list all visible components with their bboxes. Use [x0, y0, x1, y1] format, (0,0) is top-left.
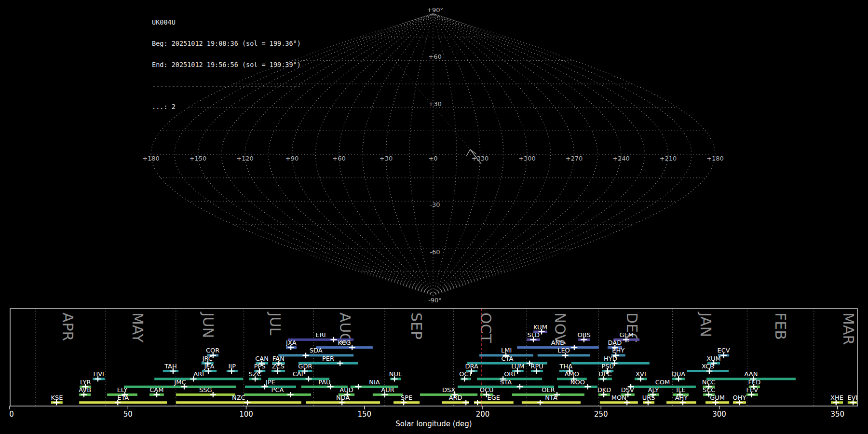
- shower-label-DSX: DSX: [442, 386, 455, 393]
- peak-marker-ERI: [331, 337, 337, 342]
- shower-label-AND: AND: [551, 339, 565, 346]
- shower-label-NDA: NDA: [336, 394, 350, 401]
- shower-bar-JMC: [124, 386, 236, 388]
- station-id: UK004U: [152, 19, 301, 26]
- shower-label-AMO: AMO: [565, 370, 579, 378]
- meteor-count: ...: 2: [152, 103, 301, 110]
- begin-time: Beg: 20251012 19:08:36 (sol = 199.36°): [152, 40, 301, 47]
- shower-label-AUR: AUR: [381, 386, 394, 393]
- axis-tick-label-250: 250: [594, 410, 608, 419]
- peak-marker-ARD: [463, 400, 469, 405]
- peak-marker-PER: [337, 361, 343, 366]
- shower-label-FEV: FEV: [746, 386, 759, 393]
- peak-marker-PCA: [287, 392, 294, 397]
- shower-label-XHE: XHE: [830, 394, 843, 401]
- shower-label-NUE: NUE: [389, 370, 402, 378]
- peak-marker-NIA: [355, 384, 362, 390]
- longitude-label: +120: [236, 155, 254, 162]
- shower-label-STA: STA: [500, 379, 512, 386]
- shower-bar-COM: [629, 386, 696, 388]
- shower-label-SDA: SDA: [310, 347, 323, 354]
- longitude-label: +180: [142, 155, 160, 162]
- longitude-label: +300: [518, 155, 536, 162]
- peak-marker-NTA: [537, 400, 543, 405]
- longitude-label: +60: [332, 155, 345, 162]
- shower-label-COM: COM: [655, 379, 670, 386]
- axis-tick-label-150: 150: [357, 410, 371, 419]
- shower-label-PER: PER: [322, 355, 334, 362]
- shower-bar-STA: [458, 386, 554, 388]
- shower-bar-ARI: [154, 378, 243, 380]
- axis-tick-label-200: 200: [476, 410, 490, 419]
- longitude-label: +0: [428, 155, 437, 162]
- longitude-label: +180: [706, 155, 724, 162]
- longitude-label: +150: [190, 155, 207, 162]
- peak-marker-NOO: [584, 384, 591, 390]
- shower-label-KCG: KCG: [338, 339, 351, 346]
- shower-label-KUM: KUM: [533, 324, 547, 331]
- shower-label-NOO: NOO: [570, 379, 585, 386]
- shower-label-JEA: JEA: [204, 363, 215, 370]
- month-label-MAR: MAR: [840, 312, 857, 345]
- shower-bar-MON: [600, 401, 638, 404]
- shower-label-PCA: PCA: [271, 386, 284, 393]
- shower-label-CTA: CTA: [502, 355, 514, 362]
- shower-bar-ETA: [79, 401, 167, 404]
- peak-marker-STA: [517, 384, 523, 390]
- shower-label-ETA: ETA: [117, 394, 129, 401]
- month-label-SEP: SEP: [408, 312, 425, 339]
- separator-line: --------------------------------------: [152, 82, 301, 90]
- latitude-label: -30: [430, 201, 440, 208]
- shower-label-ARI: ARI: [193, 370, 204, 378]
- shower-label-NTA: NTA: [545, 394, 557, 401]
- timeline-chart: APRMAYJUNJULAUGSEPOCTNOVDECJANFEBMARKUME…: [9, 309, 857, 428]
- axis-tick-label-350: 350: [830, 410, 844, 419]
- shower-label-HVI: HVI: [93, 370, 104, 378]
- shower-label-EVI: EVI: [847, 394, 857, 401]
- shower-label-AVB: AVB: [79, 386, 91, 393]
- month-label-FEB: FEB: [772, 312, 789, 340]
- shower-label-URS: URS: [642, 394, 655, 401]
- shower-bar-NZC: [176, 401, 301, 404]
- latitude-label: +30: [428, 100, 441, 108]
- longitude-label: +240: [612, 155, 630, 162]
- shower-label-FED: FED: [748, 379, 760, 386]
- shower-bar-NTA: [522, 401, 581, 404]
- shower-label-NIA: NIA: [369, 379, 380, 386]
- axis-tick-label-0: 0: [9, 410, 14, 419]
- longitude-label: +330: [472, 155, 489, 162]
- month-label-APR: APR: [59, 312, 76, 341]
- shower-label-SPE: SPE: [401, 394, 412, 401]
- scene-canvas: +90°+60+30-30-60-90°+180+150+120+90+60+3…: [0, 0, 868, 434]
- sky-grid-meridian: [433, 14, 597, 295]
- observation-info: UK004U Beg: 20251012 19:08:36 (sol = 199…: [152, 5, 301, 124]
- peak-marker-CAP: [306, 376, 312, 381]
- longitude-label: +210: [660, 155, 677, 162]
- peak-marker-EGE: [475, 400, 481, 405]
- axis-tick-label-300: 300: [712, 410, 726, 419]
- month-label-JUN: JUN: [200, 312, 217, 338]
- shower-label-AUD: AUD: [339, 386, 353, 393]
- shower-label-OCT: OCT: [459, 370, 472, 378]
- x-axis-title: Solar longitude (deg): [395, 420, 472, 428]
- sky-grid-meridian: [386, 14, 434, 295]
- shower-label-OER: OER: [542, 386, 555, 393]
- shower-label-HYD: HYD: [604, 355, 617, 362]
- shower-label-ARD: ARD: [449, 394, 462, 401]
- axis-tick-label-50: 50: [123, 410, 133, 419]
- month-label-MAY: MAY: [129, 312, 146, 343]
- axis-tick-label-100: 100: [239, 410, 253, 419]
- end-time: End: 20251012 19:56:56 (sol = 199.39°): [152, 61, 301, 68]
- shower-label-SSG: SSG: [199, 386, 212, 393]
- shower-bar-SSG: [176, 393, 235, 396]
- shower-label-DPC: DPC: [598, 370, 611, 378]
- shower-label-ERI: ERI: [315, 331, 326, 339]
- latitude-label: -60: [430, 248, 440, 256]
- shower-label-XCB: XCB: [702, 363, 714, 370]
- shower-label-GUM: GUM: [710, 394, 725, 401]
- shower-label-ORI: ORI: [504, 370, 515, 378]
- shower-label-EHY: EHY: [612, 347, 624, 354]
- shower-label-LEO: LEO: [557, 347, 570, 354]
- shower-label-JRC: JRC: [202, 355, 213, 362]
- shower-label-ILE: ILE: [676, 386, 685, 393]
